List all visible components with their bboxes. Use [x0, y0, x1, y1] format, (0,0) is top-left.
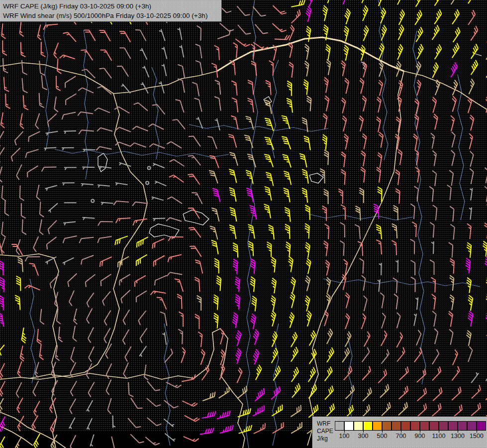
legend-cell [410, 421, 420, 431]
legend-tick-label: 1300 [451, 433, 465, 440]
legend-cell [401, 421, 410, 431]
legend-cell [382, 421, 391, 431]
legend-unit-line-2: CAPE [317, 428, 333, 435]
legend-cell [467, 421, 477, 431]
legend-tick-label: 500 [377, 433, 388, 440]
legend-cell [344, 421, 354, 431]
legend-cell [458, 421, 467, 431]
legend-tick-label: 300 [358, 433, 369, 440]
cape-title-text: WRF CAPE (J/kg) Friday 03-10-2025 09:00 … [3, 1, 221, 11]
legend-cell [439, 421, 448, 431]
legend-tick-label: 900 [415, 433, 425, 440]
legend-cell [335, 421, 344, 431]
legend-tick-label: 1100 [432, 433, 446, 440]
legend-cell [448, 421, 458, 431]
legend-tick-label: 1500 [470, 433, 484, 440]
weather-map-screen: WRF CAPE (J/kg) Friday 03-10-2025 09:00 … [0, 0, 487, 448]
legend-cell [429, 421, 439, 431]
forecast-title-bar: WRF CAPE (J/kg) Friday 03-10-2025 09:00 … [0, 0, 222, 22]
legend-cell [354, 421, 363, 431]
legend-cell [420, 421, 429, 431]
legend-cell [363, 421, 373, 431]
legend-unit-label: WRF CAPE J/kg [317, 420, 333, 443]
legend-cell [477, 421, 486, 431]
legend-unit-line-1: WRF [317, 420, 333, 428]
legend-unit-line-3: J/kg [317, 435, 333, 443]
legend-tick-label: 100 [339, 433, 350, 440]
shear-title-text: WRF Wind shear (m/s) 500/1000hPa Friday … [3, 11, 221, 20]
legend-cell [373, 421, 382, 431]
cape-legend: WRF CAPE J/kg 10030050070090011001300150… [312, 416, 487, 448]
legend-tick-label: 700 [396, 433, 406, 440]
weather-map-canvas [0, 0, 487, 448]
legend-cell [391, 421, 401, 431]
